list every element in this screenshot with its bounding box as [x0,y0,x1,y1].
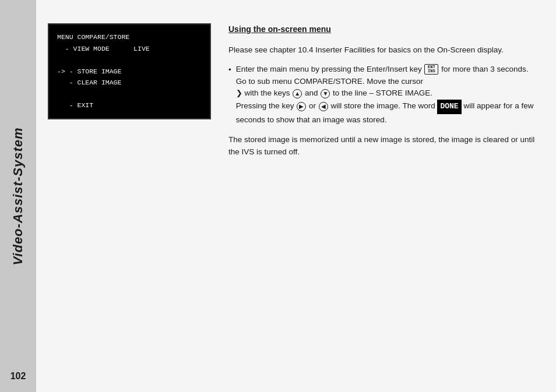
bullet-line2-text: for more than 3 seconds. [441,65,528,73]
bullet-line3-text: Go to sub menu COMPARE/STORE. Move the c… [236,77,423,86]
and-text-1: and [305,89,320,97]
down-arrow-key: ▼ [321,89,330,98]
bullet-section: • Enter the main menu by pressing the En… [228,63,539,126]
pressing-key-text: Pressing the key [236,101,297,110]
terminal-line-6 [57,89,202,100]
terminal-line-4: -> - STORE IMAGE [57,66,202,77]
intro-paragraph: Please see chapter 10.4 Inserter Facilit… [228,44,539,56]
left-panel: MENU COMPARE/STORE - VIEW MODE LIVE -> -… [48,23,211,375]
terminal-line-2: - VIEW MODE LIVE [57,43,202,55]
cursor-arrow-icon: ❯ [236,89,242,98]
sidebar: Video-Assist-System 102 [0,0,36,392]
bullet-text-1: Enter the main menu by pressing the Ente… [236,63,539,126]
to-line-text: to the line – STORE IMAGE. [333,89,432,97]
terminal-line-7: - EXIT [57,100,202,111]
up-arrow-key: ▲ [293,89,302,98]
or-text: or [309,101,318,110]
terminal-display: MENU COMPARE/STORE - VIEW MODE LIVE -> -… [48,23,211,119]
terminal-line-1: MENU COMPARE/STORE [57,31,202,43]
enter-key-icon: ENTINS [424,64,438,75]
bullet-item-1: • Enter the main menu by pressing the En… [228,63,539,126]
terminal-line-5: - CLEAR IMAGE [57,77,202,89]
sidebar-title: Video-Assist-System [10,127,26,265]
main-content: MENU COMPARE/STORE - VIEW MODE LIVE -> -… [36,0,556,392]
bullet-intro-text: Enter the main menu by pressing the Ente… [236,65,422,73]
terminal-line-3 [57,54,202,66]
with-keys-text: with the keys [245,89,293,97]
footer-paragraph: The stored image is memorized until a ne… [228,134,539,158]
heading-text: Using the on-screen menu [228,24,331,34]
done-word: DONE [437,100,461,114]
left-arrow-key: ◀ [319,102,328,111]
right-arrow-key: ▶ [297,102,306,111]
page-number: 102 [0,371,36,382]
right-panel: Using the on-screen menu Please see chap… [228,23,539,375]
bullet-dot-1: • [228,64,231,126]
section-heading: Using the on-screen menu [228,23,539,36]
will-store-text: will store the image. The word [331,101,438,110]
